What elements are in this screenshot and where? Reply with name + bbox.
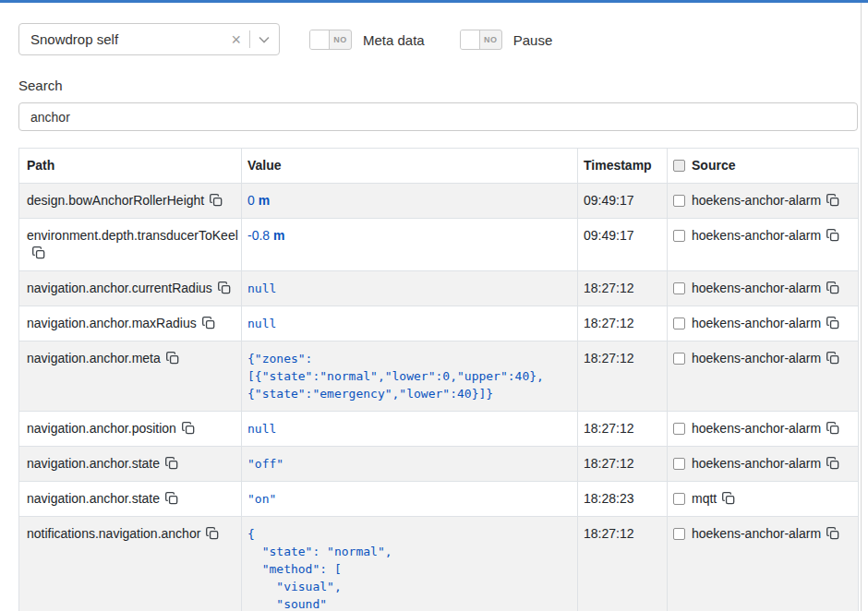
- timestamp-cell: 09:49:17: [578, 219, 668, 271]
- table-row: navigation.anchor.position null 18:27:12…: [19, 412, 859, 447]
- copy-icon[interactable]: [206, 527, 219, 540]
- path-header: Path: [19, 149, 242, 184]
- search-input[interactable]: [18, 102, 858, 131]
- value-cell: {"zones": [{"state":"normal","lower":0,"…: [242, 341, 578, 412]
- path-cell: navigation.anchor.state: [19, 447, 242, 482]
- header-row: Path Value Timestamp Source: [19, 149, 859, 184]
- copy-icon[interactable]: [826, 194, 839, 207]
- copy-icon[interactable]: [826, 229, 839, 242]
- top-accent-bar: [0, 0, 868, 3]
- source-label: hoekens-anchor-alarm: [692, 193, 821, 208]
- path-cell: design.bowAnchorRollerHeight: [19, 184, 242, 219]
- select-all-checkbox[interactable]: [673, 160, 685, 172]
- value-header: Value: [242, 149, 578, 184]
- source-checkbox[interactable]: [673, 230, 685, 242]
- path-text: navigation.anchor.state: [27, 456, 160, 471]
- copy-icon[interactable]: [826, 282, 839, 294]
- source-cell: hoekens-anchor-alarm: [668, 447, 859, 482]
- source-cell: hoekens-anchor-alarm: [668, 306, 859, 341]
- copy-icon[interactable]: [32, 246, 45, 259]
- context-select-value: Snowdrop self: [30, 31, 231, 47]
- copy-icon[interactable]: [165, 492, 178, 505]
- table-row: navigation.anchor.currentRadius null 18:…: [19, 271, 859, 306]
- timestamp-cell: 18:27:12: [578, 271, 668, 306]
- table-body: design.bowAnchorRollerHeight 0 m 09:49:1…: [19, 184, 859, 611]
- copy-icon[interactable]: [202, 317, 215, 329]
- toggle-state-label: NO: [480, 30, 501, 49]
- source-checkbox[interactable]: [673, 528, 685, 540]
- source-cell: hoekens-anchor-alarm: [668, 219, 859, 271]
- source-label: hoekens-anchor-alarm: [692, 526, 821, 541]
- source-header: Source: [668, 149, 859, 184]
- path-text: navigation.anchor.meta: [27, 351, 161, 365]
- meta-data-toggle-label: Meta data: [363, 32, 425, 48]
- copy-icon[interactable]: [826, 317, 839, 329]
- chevron-down-icon[interactable]: [259, 36, 270, 43]
- search-label: Search: [18, 78, 868, 93]
- source-checkbox[interactable]: [673, 458, 685, 470]
- path-cell: navigation.anchor.position: [19, 412, 242, 447]
- copy-icon[interactable]: [722, 492, 735, 505]
- meta-data-toggle[interactable]: NO: [309, 30, 352, 50]
- timestamp-cell: 18:27:12: [578, 306, 668, 341]
- source-cell: hoekens-anchor-alarm: [668, 341, 859, 412]
- value-cell: "on": [242, 482, 578, 517]
- clear-icon[interactable]: ×: [231, 31, 241, 48]
- source-label: hoekens-anchor-alarm: [692, 421, 821, 436]
- data-table: Path Value Timestamp Source design.bowAn…: [18, 148, 859, 611]
- source-cell: hoekens-anchor-alarm: [668, 271, 859, 306]
- value-cell: -0.8 m: [242, 219, 578, 271]
- select-divider: [249, 30, 250, 48]
- path-cell: navigation.anchor.maxRadius: [19, 306, 242, 341]
- toggle-state-label: NO: [330, 30, 351, 49]
- source-label: hoekens-anchor-alarm: [692, 351, 821, 365]
- path-cell: navigation.anchor.state: [19, 482, 242, 517]
- source-checkbox[interactable]: [673, 317, 685, 329]
- timestamp-cell: 18:28:23: [578, 482, 668, 517]
- copy-icon[interactable]: [218, 282, 231, 294]
- table-row: navigation.anchor.state "on" 18:28:23 mq…: [19, 482, 859, 517]
- pause-toggle[interactable]: NO: [460, 30, 502, 50]
- toggle-knob: [310, 30, 330, 49]
- source-label: hoekens-anchor-alarm: [692, 456, 821, 471]
- source-cell: hoekens-anchor-alarm: [668, 184, 859, 219]
- copy-icon[interactable]: [165, 457, 178, 470]
- source-checkbox[interactable]: [673, 353, 685, 365]
- path-cell: environment.depth.transducerToKeel: [19, 219, 242, 271]
- copy-icon[interactable]: [182, 422, 195, 435]
- timestamp-cell: 18:27:12: [578, 447, 668, 482]
- copy-icon[interactable]: [826, 422, 839, 435]
- path-text: design.bowAnchorRollerHeight: [27, 193, 204, 208]
- source-label: hoekens-anchor-alarm: [692, 228, 821, 243]
- source-checkbox[interactable]: [673, 423, 685, 435]
- toggle-knob: [461, 30, 480, 49]
- pause-toggle-label: Pause: [513, 32, 553, 48]
- path-text: navigation.anchor.position: [27, 421, 176, 436]
- table-row: environment.depth.transducerToKeel -0.8 …: [19, 219, 859, 271]
- path-cell: notifications.navigation.anchor: [19, 517, 242, 611]
- context-select[interactable]: Snowdrop self ×: [18, 23, 280, 55]
- copy-icon[interactable]: [166, 352, 179, 365]
- table-row: design.bowAnchorRollerHeight 0 m 09:49:1…: [19, 184, 859, 219]
- source-header-label: Source: [692, 158, 735, 173]
- source-label: hoekens-anchor-alarm: [692, 281, 821, 295]
- table-header: Path Value Timestamp Source: [19, 149, 859, 184]
- path-text: navigation.anchor.maxRadius: [27, 316, 197, 330]
- path-text: navigation.anchor.currentRadius: [27, 281, 212, 295]
- table-row: navigation.anchor.state "off" 18:27:12 h…: [19, 447, 859, 482]
- source-checkbox[interactable]: [673, 493, 685, 505]
- source-checkbox[interactable]: [673, 282, 685, 294]
- table-row: navigation.anchor.maxRadius null 18:27:1…: [19, 306, 859, 341]
- value-cell: 0 m: [242, 184, 578, 219]
- copy-icon[interactable]: [826, 527, 839, 540]
- path-text: notifications.navigation.anchor: [27, 526, 200, 541]
- copy-icon[interactable]: [210, 194, 223, 207]
- copy-icon[interactable]: [826, 352, 839, 365]
- search-section: Search: [18, 78, 868, 131]
- path-cell: navigation.anchor.currentRadius: [19, 271, 242, 306]
- path-text: environment.depth.transducerToKeel: [27, 228, 238, 243]
- source-checkbox[interactable]: [673, 195, 685, 207]
- copy-icon[interactable]: [826, 457, 839, 470]
- source-cell: hoekens-anchor-alarm: [668, 517, 859, 611]
- source-label: mqtt: [692, 491, 717, 506]
